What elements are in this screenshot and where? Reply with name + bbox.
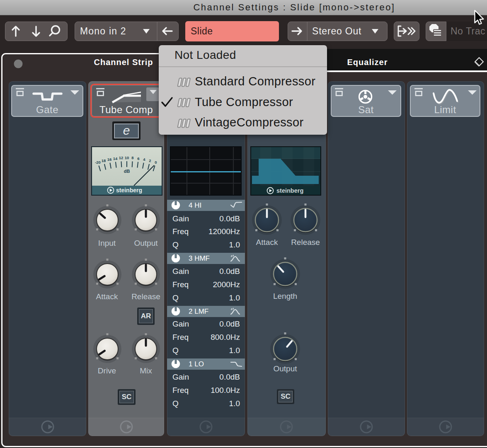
svg-text:steinberg: steinberg [276,187,303,194]
svg-text:steinberg: steinberg [116,187,142,194]
svg-text:10: 10 [125,155,129,160]
svg-text:8: 8 [131,155,133,160]
svg-text:-20: -20 [95,160,101,165]
svg-text:2: 2 [149,158,151,163]
svg-text:14: 14 [113,156,118,161]
svg-text:dB: dB [124,169,130,174]
svg-text:12: 12 [119,155,124,160]
svg-text:18: 18 [102,158,106,163]
svg-text:4: 4 [143,157,145,162]
svg-text:0: 0 [155,160,157,165]
svg-text:6: 6 [137,156,139,161]
svg-text:16: 16 [107,157,112,162]
